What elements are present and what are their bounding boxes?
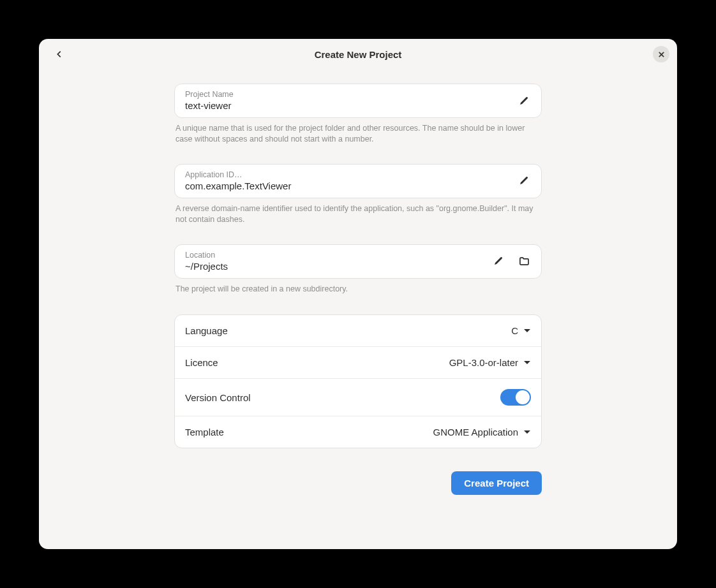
- back-button[interactable]: [50, 45, 68, 63]
- content-area: Project Name text-viewer A unique name t…: [39, 70, 677, 495]
- project-name-hint: A unique name that is used for the proje…: [174, 123, 542, 145]
- pencil-icon: [493, 256, 503, 266]
- close-icon: [658, 51, 665, 58]
- language-dropdown[interactable]: C: [511, 325, 531, 336]
- template-value: GNOME Application: [433, 427, 518, 437]
- app-id-field[interactable]: Application ID… com.example.TextViewer: [174, 164, 542, 198]
- create-project-button[interactable]: Create Project: [451, 471, 542, 495]
- version-control-label: Version Control: [185, 392, 251, 403]
- project-name-value: text-viewer: [185, 100, 517, 111]
- licence-dropdown[interactable]: GPL-3.0-or-later: [449, 357, 531, 368]
- folder-icon: [519, 256, 530, 267]
- chevron-down-icon: [523, 328, 531, 334]
- version-control-row: Version Control: [175, 379, 541, 416]
- pencil-icon: [519, 96, 529, 106]
- language-label: Language: [185, 325, 228, 336]
- template-row[interactable]: Template GNOME Application: [175, 416, 541, 448]
- licence-value: GPL-3.0-or-later: [449, 357, 518, 368]
- chevron-down-icon: [523, 429, 531, 436]
- location-field[interactable]: Location ~/Projects: [174, 244, 542, 279]
- footer: Create Project: [174, 471, 542, 495]
- licence-label: Licence: [185, 357, 218, 368]
- licence-row[interactable]: Licence GPL-3.0-or-later: [175, 347, 541, 379]
- language-row[interactable]: Language C: [175, 315, 541, 347]
- project-name-main: Project Name text-viewer: [185, 90, 517, 111]
- location-hint: The project will be created in a new sub…: [174, 284, 542, 295]
- location-label: Location: [185, 251, 491, 260]
- pencil-icon: [519, 175, 529, 186]
- template-dropdown[interactable]: GNOME Application: [433, 427, 531, 437]
- header-bar: Create New Project: [39, 39, 677, 70]
- create-project-window: Create New Project Project Name text-vie…: [39, 39, 677, 549]
- template-label: Template: [185, 427, 224, 437]
- close-button[interactable]: [653, 46, 669, 62]
- switch-knob: [516, 390, 530, 404]
- browse-location-button[interactable]: [517, 254, 531, 268]
- app-id-main: Application ID… com.example.TextViewer: [185, 170, 517, 191]
- edit-app-id-button[interactable]: [517, 173, 531, 187]
- edit-location-button[interactable]: [491, 254, 505, 268]
- edit-project-name-button[interactable]: [517, 94, 531, 108]
- version-control-switch[interactable]: [500, 389, 531, 406]
- location-main: Location ~/Projects: [185, 251, 491, 272]
- app-id-hint: A reverse domain-name identifier used to…: [174, 203, 542, 225]
- language-value: C: [511, 325, 518, 336]
- chevron-down-icon: [523, 360, 531, 366]
- page-title: Create New Project: [315, 49, 402, 60]
- options-group: Language C Licence GPL-3.0-or-later: [174, 314, 542, 448]
- app-id-value: com.example.TextViewer: [185, 180, 517, 191]
- chevron-left-icon: [55, 50, 64, 59]
- project-name-label: Project Name: [185, 90, 517, 99]
- location-value: ~/Projects: [185, 261, 491, 272]
- project-name-field[interactable]: Project Name text-viewer: [174, 84, 542, 118]
- app-id-label: Application ID…: [185, 170, 517, 179]
